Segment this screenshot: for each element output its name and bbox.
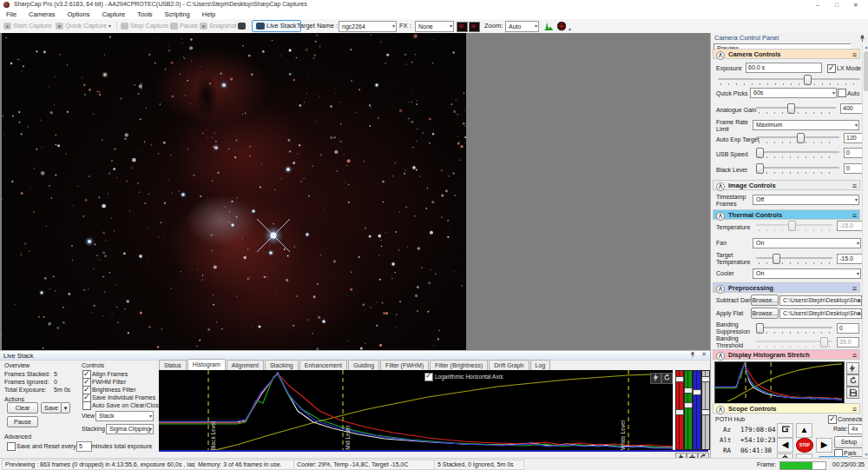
section-scope-controls[interactable]: ᐱScope Controls≡ <box>713 403 860 414</box>
section-menu-icon[interactable]: ≡ <box>852 350 857 361</box>
banding-suppression-slider[interactable] <box>756 323 832 334</box>
close-button[interactable]: ✕ <box>849 0 863 10</box>
collapse-icon[interactable]: ᐱ <box>716 285 725 294</box>
target-temperature-value[interactable]: -15.0 <box>837 254 863 264</box>
collapse-icon[interactable]: ᐱ <box>716 352 725 361</box>
section-menu-icon[interactable]: ≡ <box>852 50 857 60</box>
collapse-icon[interactable]: ᐱ <box>716 212 725 221</box>
section-menu-icon[interactable]: ≡ <box>852 283 857 294</box>
view-combo[interactable]: Stack▾ <box>95 411 154 421</box>
banding-suppression-value[interactable]: 0 <box>837 323 859 334</box>
auto-exposure-checkbox[interactable] <box>838 89 846 97</box>
scope-connected-checkbox[interactable] <box>828 415 837 424</box>
frame-rate-combo[interactable]: Maximum▾ <box>753 120 859 130</box>
menu-item-cameras[interactable]: Cameras <box>23 10 61 19</box>
live-stack-button[interactable]: Live Stack <box>252 20 301 32</box>
pause-stack-button[interactable]: Pause <box>7 416 38 427</box>
tab-histogram[interactable]: Histogram <box>187 359 226 371</box>
menu-item-capture[interactable]: Capture <box>95 10 131 19</box>
timestamp-frames-combo[interactable]: Off▾ <box>753 195 859 205</box>
section-menu-icon[interactable]: ≡ <box>852 404 857 414</box>
subtract-dark-combo[interactable]: C:\Users\Steph\Desktop\Shar...▾ <box>779 295 862 306</box>
gain-slider[interactable] <box>756 103 836 114</box>
auto-exp-target-slider[interactable] <box>756 133 839 143</box>
save-button[interactable]: Save <box>41 402 62 414</box>
hist-reset-button[interactable] <box>661 373 673 384</box>
section-menu-icon[interactable]: ≡ <box>852 210 857 221</box>
stacking-combo[interactable]: Sigma Clipping▾ <box>106 424 154 434</box>
section-menu-icon[interactable]: ≡ <box>852 181 857 191</box>
log-axis-checkbox[interactable] <box>424 373 433 381</box>
target-temperature-slider[interactable] <box>756 254 832 264</box>
menu-item-help[interactable]: Help <box>196 10 221 19</box>
menu-item-file[interactable]: File <box>0 10 23 19</box>
cooler-combo[interactable]: On▾ <box>753 268 861 279</box>
scrollbar-thumb[interactable] <box>864 51 868 91</box>
histogram-tool-button[interactable] <box>543 21 554 31</box>
menu-item-options[interactable]: Options <box>62 10 96 19</box>
stop-capture-button[interactable]: Stop Capture <box>121 21 168 31</box>
section-image-controls[interactable]: ᐱImage Controls≡ <box>713 180 860 190</box>
colour-space-icon[interactable] <box>469 22 480 32</box>
apply-flat-browse-button[interactable]: Browse... <box>751 308 779 319</box>
menu-item-tools[interactable]: Tools <box>131 10 159 19</box>
target-name-combo[interactable]: ngc2264▾ <box>339 21 397 32</box>
snapshot-button[interactable]: Snapshot <box>200 21 237 31</box>
apply-flat-combo[interactable]: C:\Users\Steph\Desktop\Shar...▾ <box>779 308 862 319</box>
clear-button[interactable]: Clear <box>7 402 38 414</box>
scroll-up-icon[interactable]: ▲ <box>863 43 868 50</box>
gray-level-slider[interactable] <box>701 370 710 450</box>
quick-capture-button[interactable]: Quick Capture▾ <box>56 21 111 31</box>
slew-left-button[interactable]: ◀ <box>777 438 793 453</box>
hist-line-label-black-level[interactable]: Black Level <box>210 421 216 450</box>
blue-level-slider[interactable] <box>693 370 701 450</box>
save-reset-checkbox[interactable] <box>7 442 16 451</box>
panel-pin-icon[interactable] <box>689 351 696 361</box>
white-balance-icon[interactable] <box>457 22 468 32</box>
slew-up-button[interactable]: ▲ <box>796 423 812 438</box>
scope-setup-button[interactable]: Setup <box>834 436 864 448</box>
save-reset-minutes-spinner[interactable]: 5 <box>76 441 92 452</box>
collapse-icon[interactable]: ᐱ <box>716 51 725 60</box>
display-stretch-histogram[interactable] <box>714 361 845 404</box>
usb-speed-slider[interactable] <box>756 148 839 158</box>
lx-mode-checkbox[interactable] <box>827 64 836 73</box>
start-capture-button[interactable]: Start Capture <box>3 21 52 31</box>
section-thermal-controls[interactable]: ᐱThermal Controls≡ <box>713 209 860 220</box>
save-dropdown-button[interactable]: ▾ <box>61 402 70 414</box>
auto-stretch-button[interactable] <box>846 362 859 374</box>
hist-line-label-white-level[interactable]: White Level <box>620 420 626 450</box>
green-level-slider[interactable] <box>684 370 693 450</box>
reticle-tool-button[interactable]: ▾ <box>556 21 571 31</box>
gain-value[interactable]: 400 <box>840 103 865 114</box>
subtract-dark-browse-button[interactable]: Browse... <box>751 295 779 306</box>
section-preprocessing[interactable]: ᐱPreprocessing≡ <box>713 282 860 293</box>
zoom-combo[interactable]: Auto▾ <box>505 21 539 32</box>
slew-right-button[interactable]: ▶ <box>816 438 832 453</box>
auto-save-checkbox[interactable] <box>82 401 91 410</box>
red-level-slider[interactable] <box>675 370 684 450</box>
section-display-histogram-stretch[interactable]: ᐱDisplay Histogram Stretch≡ <box>713 349 860 360</box>
live-view-toggle[interactable] <box>238 21 247 31</box>
black-level-slider[interactable] <box>756 163 839 174</box>
save-stretch-button[interactable] <box>846 387 859 399</box>
collapse-icon[interactable]: ᐱ <box>716 182 725 191</box>
fx-combo[interactable]: None▾ <box>415 21 454 32</box>
exposure-slider[interactable] <box>718 75 860 85</box>
menu-item-scripting[interactable]: Scripting <box>159 10 196 19</box>
maximize-button[interactable]: □ <box>830 0 844 10</box>
exposure-input[interactable]: 60.0 s <box>746 63 822 73</box>
panel-close-icon[interactable]: ✕ <box>701 351 707 358</box>
spiral-search-button[interactable] <box>777 423 793 438</box>
scroll-down-icon[interactable]: ▼ <box>863 451 868 458</box>
reset-stretch-button[interactable] <box>846 374 859 387</box>
fan-combo[interactable]: On▾ <box>753 238 861 248</box>
pause-button[interactable]: Pause <box>170 21 198 31</box>
hist-line-label-mid-level[interactable]: Mid Level <box>345 426 351 450</box>
collapse-icon[interactable]: ᐱ <box>716 406 725 414</box>
quick-picks-combo[interactable]: 60s▾ <box>750 88 837 98</box>
hist-auto-stretch-button[interactable] <box>650 373 661 384</box>
stop-slew-button[interactable]: STOP <box>796 438 813 453</box>
section-camera-controls[interactable]: ᐱCamera Controls≡ <box>713 49 860 59</box>
panel-scrollbar[interactable]: ▲ ▼ <box>862 43 868 458</box>
